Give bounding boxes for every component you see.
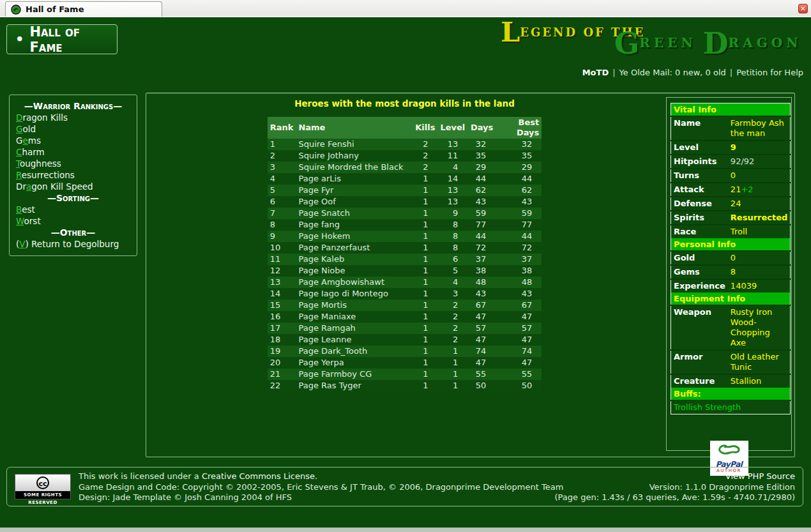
column-header-rank: Rank — [268, 117, 296, 139]
stat-label: Creature — [671, 374, 728, 388]
cell-kills: 1 — [411, 300, 437, 311]
cell-level: 1 — [437, 346, 467, 357]
stat-value-level: 9 — [728, 141, 791, 155]
cell-days: 43 — [467, 288, 496, 300]
cell-rank: 1 — [268, 139, 296, 150]
cc-caption: SOME RIGHTS RESERVED — [15, 491, 70, 499]
cell-rank: 12 — [268, 265, 296, 277]
stat-label: Attack — [671, 183, 728, 197]
cell-days: 57 — [467, 323, 496, 334]
sidebar-link[interactable]: Resurrections — [10, 169, 137, 181]
cell-days: 29 — [467, 162, 496, 173]
sidebar-link[interactable]: (V) Return to Degolburg — [10, 238, 137, 250]
cell-rank: 19 — [268, 346, 296, 357]
cell-level: 1 — [437, 369, 467, 380]
sidebar-link[interactable]: Gems — [10, 135, 137, 146]
sidebar-link[interactable]: Best — [10, 204, 137, 215]
stat-label: Race — [671, 225, 728, 238]
stat-value-hitpoints: 92/92 — [728, 155, 791, 169]
section-header-equipment-info: Equipment Info — [671, 293, 791, 305]
petition-link[interactable]: Petition for Help — [736, 68, 803, 77]
cell-days: 35 — [467, 150, 496, 162]
table-row: 13 Page Amgbowishawt 1 4 48 48 — [268, 277, 542, 288]
sidebar-link[interactable]: Toughness — [10, 158, 137, 169]
cell-level: 5 — [437, 265, 467, 277]
cell-level: 13 — [437, 196, 467, 208]
sidebar-link[interactable]: Gold — [10, 123, 137, 135]
table-row: 6 Page Oof 1 13 43 43 — [268, 196, 542, 208]
footer-meta: View PHP Source Version: 1.1.0 Dragonpri… — [555, 471, 796, 503]
cell-name: Squire Mordred the Black — [296, 162, 411, 173]
cell-rank: 18 — [268, 334, 296, 346]
creative-commons-link[interactable]: Creative Commons License — [202, 471, 315, 481]
cell-level: 2 — [437, 300, 467, 311]
cell-days: 38 — [467, 265, 496, 277]
game-page: • Hall of Fame LEGEND OF THE GREENDRAGON… — [0, 17, 811, 532]
bullet-icon: • — [15, 32, 24, 47]
cell-best-days: 44 — [496, 173, 542, 185]
mail-link[interactable]: Ye Olde Mail: 0 new, 0 old — [619, 68, 726, 77]
cell-name: Page Iago di Montego — [296, 288, 411, 300]
cell-days: 74 — [467, 346, 496, 357]
cell-name: Page Oof — [296, 196, 411, 208]
cell-days: 62 — [467, 185, 496, 196]
header-nav: MoTD|Ye Olde Mail: 0 new, 0 old|Petition… — [582, 68, 803, 77]
sidebar-link[interactable]: Dragon Kill Speed — [10, 181, 137, 192]
attack-bonus: +2 — [741, 185, 753, 194]
section-header-vital-info: Vital Info — [671, 103, 791, 117]
cell-rank: 4 — [268, 173, 296, 185]
sidebar-link[interactable]: Charm — [10, 146, 137, 158]
cell-days: 37 — [467, 254, 496, 265]
footer-design-credit: Design: Jade Template © Josh Canning 200… — [79, 492, 563, 503]
stat-label: Gold — [671, 251, 728, 265]
cell-rank: 14 — [268, 288, 296, 300]
cell-name: Page Panzerfaust — [296, 242, 411, 254]
table-row: 2 Squire Jothany 2 11 35 35 — [268, 150, 542, 162]
cell-name: Page Fyr — [296, 185, 411, 196]
main-panel: Heroes with the most dragon kills in the… — [146, 93, 795, 457]
creative-commons-badge[interactable]: cc SOME RIGHTS RESERVED — [15, 474, 71, 499]
cell-name: Page arLis — [296, 173, 411, 185]
cell-rank: 20 — [268, 357, 296, 369]
cell-days: 48 — [467, 277, 496, 288]
footer: cc SOME RIGHTS RESERVED This work is lic… — [6, 467, 803, 506]
cell-kills: 1 — [411, 231, 437, 242]
cell-days: 44 — [467, 231, 496, 242]
nav-separator: | — [612, 68, 615, 77]
table-row: 17 Page Ramgah 1 2 57 57 — [268, 323, 542, 334]
stat-label: Experience — [671, 279, 728, 293]
cell-best-days: 38 — [496, 265, 542, 277]
ranking-title: Heroes with the most dragon kills in the… — [146, 98, 663, 109]
cell-level: 2 — [437, 334, 467, 346]
cell-rank: 11 — [268, 254, 296, 265]
browser-tab-hall-of-fame[interactable]: Hall of Fame — [5, 1, 162, 17]
close-icon[interactable]: ✕ — [798, 4, 808, 13]
cell-days: 59 — [467, 208, 496, 219]
motd-link[interactable]: MoTD — [582, 68, 609, 77]
cell-rank: 8 — [268, 219, 296, 231]
table-row: 9 Page Hokem 1 8 44 44 — [268, 231, 542, 242]
table-row: 7 Page Snatch 1 9 59 59 — [268, 208, 542, 219]
character-panel: Vital Info NameFarmboy Ash the man Level… — [666, 97, 792, 451]
cell-level: 2 — [437, 311, 467, 323]
view-php-source-link[interactable]: View PHP Source — [725, 471, 795, 481]
sidebar-link[interactable]: Dragon Kills — [10, 112, 137, 123]
cell-kills: 2 — [411, 150, 437, 162]
table-row: 3 Squire Mordred the Black 2 4 29 29 — [268, 162, 542, 173]
table-row: 18 Page Leanne 1 2 47 47 — [268, 334, 542, 346]
stat-value-attack: 21+2 — [728, 183, 791, 197]
cell-best-days: 72 — [496, 242, 542, 254]
sidebar-link[interactable]: Worst — [10, 215, 137, 227]
stat-value-experience: 14039 — [728, 279, 791, 293]
cell-kills: 1 — [411, 288, 437, 300]
cell-name: Page Hokem — [296, 231, 411, 242]
cell-best-days: 32 — [496, 139, 542, 150]
cell-best-days: 74 — [496, 346, 542, 357]
cell-kills: 1 — [411, 254, 437, 265]
cell-days: 47 — [467, 311, 496, 323]
cell-kills: 1 — [411, 334, 437, 346]
cell-name: Page Ramgah — [296, 323, 411, 334]
cell-rank: 16 — [268, 311, 296, 323]
cell-name: Page Niobe — [296, 265, 411, 277]
stat-label: Name — [671, 116, 728, 141]
